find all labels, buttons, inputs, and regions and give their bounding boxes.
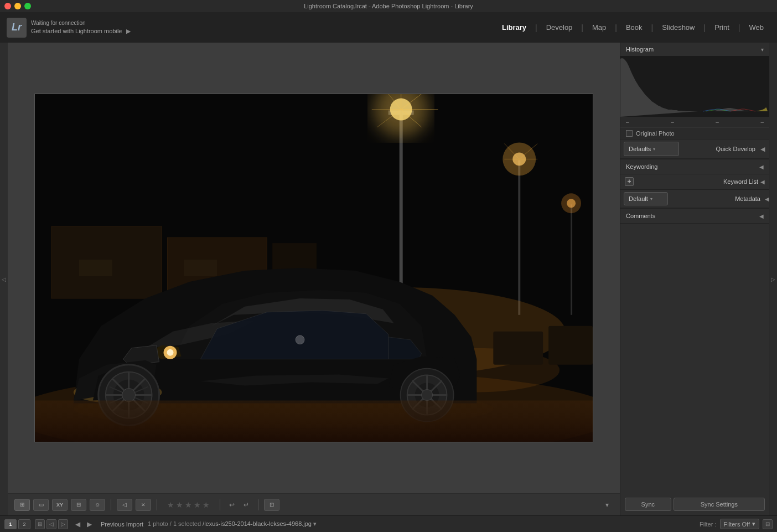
hist-ctrl-2[interactable]: – [671, 119, 674, 125]
panel-left-button[interactable]: ◁ [46, 519, 56, 529]
comments-header[interactable]: Comments ◀ [620, 209, 769, 223]
nav-book[interactable]: Book [617, 12, 651, 43]
prev-button[interactable]: ◁ [117, 499, 132, 511]
star-1[interactable]: ★ [167, 500, 174, 509]
defaults-dropdown[interactable]: Defaults ▾ [624, 142, 679, 156]
original-photo-row: Original Photo [620, 127, 769, 139]
panel-grid-button[interactable]: ⊞ [35, 519, 45, 529]
crop-button[interactable]: ⊡ [264, 499, 279, 511]
add-keyword-button[interactable]: + [625, 177, 634, 186]
bottom-bar: 1 2 ⊞ ◁ ▷ ◀ ▶ Previous Import 1 photo / … [0, 515, 777, 532]
loupe-icon: ▭ [39, 502, 44, 508]
defaults-label: Defaults [629, 146, 651, 152]
svg-point-52 [422, 390, 433, 401]
toolbar-sep-4 [258, 499, 258, 510]
quick-develop-section: Defaults ▾ Quick Develop ◀ [620, 140, 769, 159]
nav-library[interactable]: Library [493, 12, 535, 43]
view-options-dropdown[interactable]: ▾ [601, 499, 613, 511]
histogram-chart [620, 56, 769, 117]
center-content: ⊞ ▭ XY ⊟ ☺ ◁ ✕ ★ ★ [8, 43, 620, 515]
title-bar: Lightroom Catalog.lrcat - Adobe Photosho… [0, 0, 777, 12]
keywording-header[interactable]: Keywording ◀ [620, 159, 769, 174]
star-3[interactable]: ★ [185, 500, 192, 509]
histogram-title: Histogram [626, 46, 654, 53]
histogram-expand-icon[interactable]: ▾ [761, 47, 764, 53]
left-toggle-icon: ◁ [2, 276, 6, 282]
nav-arrows: ◀ ▶ [72, 519, 94, 529]
nav-slideshow[interactable]: Slideshow [653, 12, 703, 43]
metadata-dropdown-label: Default [629, 195, 648, 202]
view-tab-1[interactable]: 1 [4, 519, 17, 529]
toolbar-sep-3 [220, 499, 220, 510]
dropdown-arrow-icon: ▾ [605, 501, 609, 509]
svg-rect-27 [79, 260, 112, 276]
comments-section: Comments ◀ [620, 209, 769, 224]
xy-button[interactable]: XY [52, 499, 68, 511]
lr-logo: Lr Waiting for connection Get started wi… [7, 18, 131, 38]
photo-count: 1 photo / 1 selected /lexus-is250-2014-b… [148, 520, 317, 528]
keyword-list-section: + Keyword List ◀ [620, 174, 769, 190]
quick-develop-title[interactable]: Quick Develop ◀ [682, 146, 769, 153]
filter-icon-button[interactable]: ⊟ [763, 519, 773, 529]
flag-reject-button[interactable]: ↩ [226, 499, 238, 511]
xy-icon: XY [56, 502, 63, 508]
main-photo[interactable] [34, 94, 593, 442]
maximize-button[interactable] [24, 3, 31, 9]
histogram-canvas [620, 56, 769, 117]
nav-menu: Library | Develop | Map | Book | Slidesh… [493, 12, 777, 43]
close-button[interactable] [4, 3, 11, 9]
filter-label: Filter : [700, 521, 717, 528]
sync-button[interactable]: Sync [625, 498, 671, 511]
photo-viewer [8, 43, 620, 493]
nav-develop[interactable]: Develop [537, 12, 582, 43]
hist-ctrl-1[interactable]: – [626, 119, 629, 125]
minimize-button[interactable] [14, 3, 21, 9]
lr-icon: Lr [7, 18, 27, 38]
star-4[interactable]: ★ [194, 500, 201, 509]
nav-map[interactable]: Map [583, 12, 615, 43]
keywording-title: Keywording [626, 163, 657, 170]
survey-button[interactable]: ⊟ [71, 499, 86, 511]
photo-path-dropdown-icon[interactable]: ▾ [313, 520, 317, 527]
panel-right-button[interactable]: ▷ [58, 519, 68, 529]
metadata-arrow-icon: ◀ [765, 196, 769, 202]
flag-accept-button[interactable]: ↵ [240, 499, 252, 511]
sync-action[interactable]: Get started with Lightroom mobile ▶ [31, 27, 131, 35]
svg-rect-21 [571, 204, 572, 315]
sync-arrow-icon: ▶ [126, 28, 131, 34]
face-button[interactable]: ☺ [90, 499, 105, 511]
right-panel-toggle[interactable]: ▷ [769, 43, 777, 515]
svg-rect-54 [493, 332, 543, 365]
filter-grid-icon: ⊟ [765, 521, 770, 527]
x-button[interactable]: ✕ [136, 499, 151, 511]
star-5[interactable]: ★ [203, 500, 210, 509]
toolbar-sep-1 [111, 499, 111, 510]
sync-settings-button[interactable]: Sync Settings [674, 498, 765, 511]
prev-photo-button[interactable]: ◀ [72, 519, 82, 529]
sync-buttons: Sync Sync Settings [620, 493, 769, 515]
prev-icon: ◁ [122, 502, 127, 508]
hist-ctrl-4[interactable]: – [760, 119, 764, 125]
filter-dropdown[interactable]: Filters Off ▾ [720, 519, 759, 529]
survey-icon: ⊟ [76, 502, 81, 508]
next-photo-button[interactable]: ▶ [84, 519, 94, 529]
left-panel-toggle[interactable]: ◁ [0, 43, 8, 515]
original-photo-checkbox[interactable] [626, 130, 633, 137]
source-label[interactable]: Previous Import [101, 521, 143, 528]
loupe-view-button[interactable]: ▭ [33, 499, 49, 511]
star-2[interactable]: ★ [176, 500, 183, 509]
metadata-dropdown[interactable]: Default ▾ [624, 192, 668, 205]
histogram-header[interactable]: Histogram ▾ [620, 43, 769, 56]
top-bar: Lr Waiting for connection Get started wi… [0, 12, 777, 43]
grid-icon: ⊞ [20, 502, 24, 508]
keyword-list-header: + Keyword List ◀ [620, 174, 769, 189]
svg-point-33 [167, 349, 174, 356]
grid-view-button[interactable]: ⊞ [14, 499, 30, 511]
hist-ctrl-3[interactable]: – [716, 119, 719, 125]
quick-develop-arrow-icon: ◀ [760, 146, 765, 152]
crop-icon: ⊡ [270, 502, 274, 508]
view-tab-2[interactable]: 2 [18, 519, 30, 529]
nav-web[interactable]: Web [740, 12, 773, 43]
main-area: ◁ [0, 43, 777, 515]
nav-print[interactable]: Print [706, 12, 738, 43]
